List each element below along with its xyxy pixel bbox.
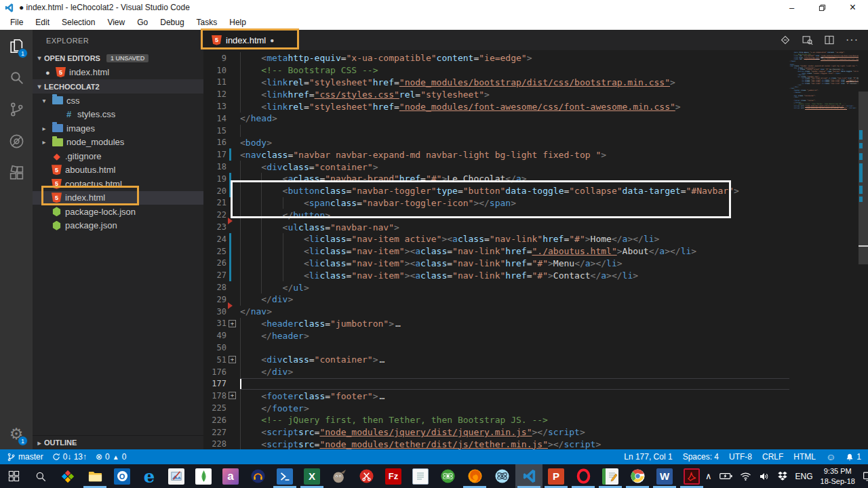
tree-item-aboutus-html[interactable]: 5aboutus.html bbox=[33, 163, 203, 178]
open-editors-header[interactable]: ▾ OPEN EDITORS 1 UNSAVED bbox=[33, 51, 203, 65]
notifications-bell[interactable]: 1 bbox=[846, 452, 861, 462]
eol-status[interactable]: CRLF bbox=[762, 452, 783, 462]
scrollbar[interactable] bbox=[859, 50, 868, 449]
taskbar-mongodb-icon[interactable] bbox=[190, 464, 217, 488]
settings-gear-icon[interactable]: ⚙1 bbox=[0, 418, 33, 449]
code-line-25[interactable]: 25<li class="nav-item"><a class="nav-lin… bbox=[203, 245, 789, 258]
taskbar-edge-icon[interactable]: e bbox=[136, 464, 163, 488]
code-line-28[interactable]: 28</ul> bbox=[203, 281, 789, 293]
taskbar-compass-icon[interactable] bbox=[434, 464, 461, 488]
minimap[interactable]: <meta http-equiv="x-ua-compatible" conte… bbox=[789, 50, 859, 449]
open-preview-icon[interactable] bbox=[802, 35, 813, 45]
activity-debug-icon[interactable] bbox=[0, 125, 33, 157]
tree-item-styles-css[interactable]: #styles.css bbox=[33, 108, 203, 122]
code-line-20[interactable]: 20<button class="navbar-toggler" type="b… bbox=[203, 185, 789, 197]
restore-button[interactable] bbox=[807, 0, 837, 15]
tree-item-images[interactable]: ▸images bbox=[33, 121, 203, 136]
code-line-30[interactable]: 30</nav> bbox=[203, 306, 789, 318]
folded-ellipsis[interactable]: … bbox=[380, 354, 385, 365]
fold-expand-icon[interactable]: + bbox=[229, 392, 236, 399]
taskbar-screenhunter-icon[interactable] bbox=[353, 464, 380, 488]
code-line-21[interactable]: 21<span class="navbar-toggler-icon"></sp… bbox=[203, 197, 789, 209]
taskbar-electron-icon[interactable] bbox=[488, 464, 515, 488]
code-line-176[interactable]: 176</div> bbox=[203, 366, 789, 378]
activity-search-icon[interactable] bbox=[0, 62, 33, 94]
code-line-22[interactable]: 22</button> bbox=[203, 209, 789, 221]
taskbar-clock[interactable]: 9:35 PM18-Sep-18 bbox=[821, 466, 855, 486]
code-line-26[interactable]: 26<li class="nav-item"><a class="nav-lin… bbox=[203, 258, 789, 270]
code-line-24[interactable]: 24<li class="nav-item active"><a class="… bbox=[203, 233, 789, 245]
menu-edit[interactable]: Edit bbox=[29, 18, 56, 27]
folded-ellipsis[interactable]: … bbox=[395, 319, 401, 329]
menu-tasks[interactable]: Tasks bbox=[191, 18, 224, 27]
action-center-icon[interactable] bbox=[863, 471, 868, 481]
code-line-15[interactable]: 15 bbox=[203, 125, 789, 137]
language-indicator[interactable]: ENG bbox=[795, 472, 813, 481]
volume-icon[interactable] bbox=[759, 472, 770, 481]
folded-ellipsis[interactable]: … bbox=[380, 391, 385, 401]
taskbar-start-icon[interactable] bbox=[0, 464, 27, 488]
split-editor-icon[interactable] bbox=[824, 35, 835, 45]
menu-file[interactable]: File bbox=[4, 18, 29, 27]
indentation-status[interactable]: Spaces: 4 bbox=[683, 452, 719, 462]
code-line-178[interactable]: 178+<footer class="footer">… bbox=[203, 390, 789, 402]
encoding-status[interactable]: UTF-8 bbox=[729, 452, 752, 462]
taskbar-outlook-icon[interactable]: O bbox=[108, 464, 136, 488]
code-line-12[interactable]: 12<link href="css/styles.css" rel="style… bbox=[203, 88, 789, 100]
code-line-226[interactable]: 226<!-- jQuery first, then Tether, then … bbox=[203, 414, 789, 426]
code-line-27[interactable]: 27<li class="nav-item"><a class="nav-lin… bbox=[203, 269, 789, 281]
taskbar-file-explorer-icon[interactable] bbox=[81, 464, 108, 488]
wifi-icon[interactable] bbox=[740, 472, 751, 481]
taskbar-acrobat-icon[interactable] bbox=[678, 464, 705, 488]
code-line-9[interactable]: 9<meta http-equiv="x-ua-compatible" cont… bbox=[203, 52, 789, 64]
outline-header[interactable]: ▸ OUTLINE bbox=[33, 435, 203, 449]
menu-go[interactable]: Go bbox=[131, 18, 154, 27]
tree-item--gitignore[interactable]: ◆.gitignore bbox=[33, 149, 203, 163]
activity-source-control-icon[interactable] bbox=[0, 94, 33, 125]
tree-item-node_modules[interactable]: ▸node_modules bbox=[33, 136, 203, 150]
menu-view[interactable]: View bbox=[101, 18, 131, 27]
taskbar-word-icon[interactable]: W bbox=[651, 464, 678, 488]
code-line-225[interactable]: 225</footer> bbox=[203, 402, 789, 414]
code-line-29[interactable]: 29</div> bbox=[203, 293, 789, 306]
taskbar-vscode-icon[interactable] bbox=[515, 464, 542, 488]
code-line-23[interactable]: 23<ul class="navbar-nav"> bbox=[203, 221, 789, 233]
taskbar-office-icon[interactable] bbox=[54, 464, 81, 488]
code-line-228[interactable]: 228<script src="node_modules/tether/dist… bbox=[203, 439, 789, 450]
taskbar-gimp-icon[interactable] bbox=[326, 464, 353, 488]
dropbox-icon[interactable] bbox=[777, 471, 788, 481]
taskbar-excel-icon[interactable]: X bbox=[298, 464, 326, 488]
taskbar-a-app-icon[interactable]: a bbox=[217, 464, 244, 488]
taskbar-firefox-icon[interactable] bbox=[461, 464, 488, 488]
tree-item-contactus-html[interactable]: 5contactus.html bbox=[33, 177, 203, 191]
fold-expand-icon[interactable]: + bbox=[229, 320, 236, 327]
taskbar-notes-icon[interactable] bbox=[597, 464, 624, 488]
beautify-icon[interactable] bbox=[780, 35, 791, 45]
minimize-button[interactable]: – bbox=[776, 0, 807, 15]
code-line-11[interactable]: 11<link rel="stylesheet" href="node_modu… bbox=[203, 77, 789, 89]
tab-index-html[interactable]: 5 index.html ● bbox=[203, 30, 297, 50]
git-branch-status[interactable]: master bbox=[7, 452, 43, 462]
taskbar-powerpoint-icon[interactable]: P bbox=[542, 464, 570, 488]
battery-icon[interactable] bbox=[719, 472, 732, 481]
code-line-49[interactable]: 49</header> bbox=[203, 329, 789, 342]
more-actions-icon[interactable]: ··· bbox=[846, 34, 859, 46]
code-line-17[interactable]: 17<nav class="navbar navbar-expand-md na… bbox=[203, 148, 789, 161]
code-line-14[interactable]: 14</head> bbox=[203, 113, 789, 125]
code-line-18[interactable]: 18<div class="container"> bbox=[203, 161, 789, 173]
menu-selection[interactable]: Selection bbox=[56, 18, 101, 27]
feedback-smiley-icon[interactable]: ☺ bbox=[826, 451, 835, 462]
language-status[interactable]: HTML bbox=[793, 452, 816, 462]
taskbar-opera-icon[interactable] bbox=[570, 464, 597, 488]
taskbar-notepad-icon[interactable] bbox=[407, 464, 434, 488]
menu-help[interactable]: Help bbox=[223, 18, 252, 27]
tree-item-css[interactable]: ▾css bbox=[33, 94, 203, 108]
code-line-10[interactable]: 10<!-- Bootstrap CSS --> bbox=[203, 64, 789, 77]
tree-item-index-html[interactable]: 5index.html bbox=[33, 191, 203, 205]
code-line-177[interactable]: 177 bbox=[203, 378, 789, 390]
taskbar-audacity-icon[interactable] bbox=[244, 464, 271, 488]
activity-explorer-icon[interactable]: 1 bbox=[0, 30, 33, 62]
taskbar-filezilla-icon[interactable]: Fz bbox=[380, 464, 407, 488]
code-line-19[interactable]: 19<a class="navbar-brand" href="#">Le Ch… bbox=[203, 173, 789, 185]
code-line-13[interactable]: 13<link rel="stylesheet" href="node_modu… bbox=[203, 100, 789, 113]
